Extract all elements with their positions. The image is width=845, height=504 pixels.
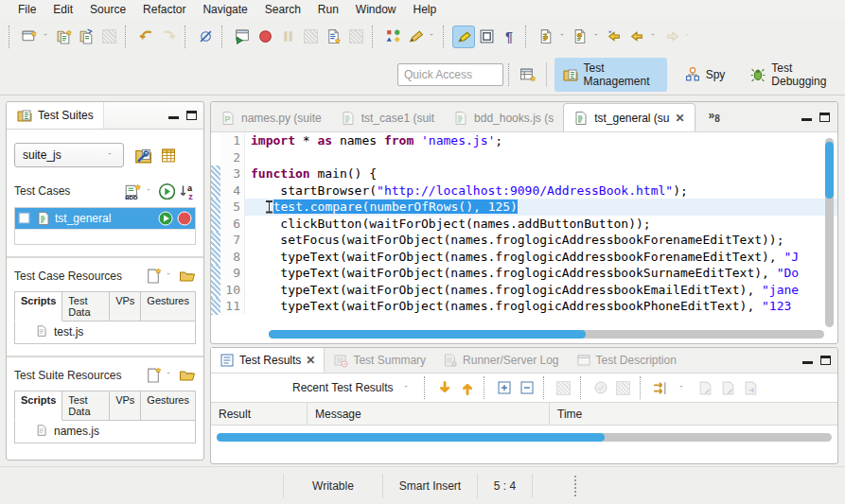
code-line-4[interactable]: 4 startBrowser("http://localhost:9090/Ad… [211, 182, 837, 200]
undo-button[interactable] [134, 26, 157, 48]
record-test-case-icon[interactable] [177, 211, 192, 226]
maximize-icon[interactable] [819, 113, 830, 122]
new-test-case-button[interactable] [52, 26, 75, 48]
copy-test-case-button[interactable] [75, 26, 97, 48]
collapse-all-icon[interactable] [516, 376, 538, 399]
results-tab-test-summary[interactable]: Test Summary [325, 348, 434, 373]
column-header-result[interactable]: Result [211, 403, 308, 425]
code-line-7[interactable]: 7 setFocus(waitForObject(names.froglogic… [211, 232, 837, 249]
new-script-button[interactable] [322, 26, 344, 48]
resource-tab-vps[interactable]: VPs [110, 391, 141, 421]
editor-tab-tst_general[interactable]: tst_general (su✕ [563, 103, 695, 131]
back-button[interactable] [625, 26, 648, 48]
maximize-icon[interactable] [186, 111, 197, 120]
run-all-test-cases-icon[interactable] [158, 182, 175, 200]
code-line-2[interactable]: 2 [211, 149, 837, 166]
chevron-down-icon[interactable] [682, 26, 694, 48]
chevron-down-icon[interactable] [672, 376, 695, 399]
highlight-toggle-button[interactable] [452, 26, 475, 48]
editor-tab-bdd_hooks.js[interactable]: bdd_hooks.js (s [444, 105, 563, 131]
editor-tab-tst_case1[interactable]: tst_case1 (suit [331, 105, 444, 131]
new-test-suite-button[interactable] [18, 26, 41, 48]
horizontal-scrollbar[interactable] [269, 330, 824, 339]
perspective-test-management[interactable]: Test Management [555, 58, 667, 92]
menu-run[interactable]: Run [309, 1, 347, 18]
spy-pen-button[interactable] [404, 26, 427, 48]
chevron-down-icon[interactable] [396, 376, 419, 399]
code-editor[interactable]: 1import * as names from 'names.js';23fun… [211, 132, 837, 344]
new-resource-icon[interactable] [145, 268, 162, 284]
chevron-down-icon[interactable] [648, 26, 660, 48]
minimize-icon[interactable] [168, 111, 179, 119]
filter-icon[interactable] [649, 376, 672, 399]
code-line-3[interactable]: 3function main() { [211, 165, 837, 182]
open-folder-icon[interactable] [178, 368, 196, 383]
chevron-down-icon[interactable] [41, 26, 52, 48]
resource-tab-test-data[interactable]: Test Data [62, 391, 110, 421]
resource-tab-test-data[interactable]: Test Data [62, 291, 110, 322]
menu-source[interactable]: Source [81, 1, 134, 18]
prev-result-icon[interactable] [456, 376, 479, 399]
code-line-9[interactable]: 9 typeText(waitForObject(names.froglogic… [211, 265, 837, 282]
expand-all-icon[interactable] [493, 376, 516, 399]
menu-file[interactable]: File [9, 1, 44, 18]
chevron-down-icon[interactable] [146, 188, 154, 195]
menu-edit[interactable]: Edit [44, 1, 81, 18]
code-line-11[interactable]: 11 typeText(waitForObject(names.froglogi… [211, 298, 837, 315]
launch-aut-button[interactable] [231, 26, 254, 48]
perspective-test-debugging[interactable]: Test Debugging [742, 58, 845, 92]
next-result-icon[interactable] [433, 376, 456, 399]
pick-object-button[interactable] [194, 26, 217, 48]
new-resource-icon[interactable] [145, 367, 162, 383]
resource-tab-scripts[interactable]: Scripts [14, 291, 62, 322]
menu-help[interactable]: Help [405, 1, 446, 18]
results-tab-runner-server-log[interactable]: Runner/Server Log [434, 348, 567, 373]
test-case-row-tst-general[interactable]: tst_general [15, 208, 195, 229]
more-editors-button[interactable]: »8 [709, 109, 720, 124]
chevron-down-icon[interactable] [591, 26, 603, 48]
resource-tab-scripts[interactable]: Scripts [14, 391, 62, 421]
close-icon[interactable]: ✕ [676, 112, 685, 125]
code-line-1[interactable]: 1import * as names from 'names.js'; [211, 132, 837, 149]
code-line-6[interactable]: 6 clickButton(waitForObject(names.addBut… [211, 216, 837, 233]
record-button[interactable] [254, 26, 276, 48]
resource-tab-gestures[interactable]: Gestures [141, 291, 196, 322]
minimize-icon[interactable] [801, 113, 812, 121]
minimize-icon[interactable] [802, 356, 813, 364]
close-icon[interactable]: ✕ [306, 354, 315, 367]
object-map-editor-icon[interactable] [160, 147, 177, 164]
chevron-down-icon[interactable] [427, 26, 438, 48]
results-tab-test-description[interactable]: Test Description [568, 348, 685, 373]
suite-select[interactable]: suite_js [14, 143, 124, 167]
editor-tab-names.py[interactable]: Pnames.py (suite [211, 105, 331, 131]
code-line-5[interactable]: 5 test.compare(numberOfRows(), 125) [211, 199, 837, 216]
import-resource-button[interactable] [535, 26, 557, 48]
test-case-resource-file[interactable]: test.js [14, 322, 196, 344]
object-map-button[interactable] [381, 26, 404, 48]
back-to-last-edit-button[interactable] [603, 26, 625, 48]
open-folder-icon[interactable] [178, 269, 196, 284]
sort-az-icon[interactable]: az [179, 182, 196, 200]
results-tab-test-results[interactable]: Test Results✕ [211, 348, 325, 373]
quick-access-input[interactable] [397, 63, 503, 86]
code-line-8[interactable]: 8 typeText(waitForObject(names.froglogic… [211, 249, 837, 266]
column-header-message[interactable]: Message [308, 403, 550, 425]
menu-navigate[interactable]: Navigate [194, 1, 255, 18]
perspective-spy[interactable]: Spy [677, 62, 733, 86]
checkbox[interactable] [18, 212, 32, 226]
menu-window[interactable]: Window [347, 1, 405, 18]
maximize-icon[interactable] [820, 356, 831, 365]
resource-tab-gestures[interactable]: Gestures [141, 391, 196, 421]
run-test-case-icon[interactable] [158, 211, 173, 226]
menu-refactor[interactable]: Refactor [134, 1, 194, 18]
export-resource-button[interactable] [569, 26, 591, 48]
new-bdd-test-case-icon[interactable]: BDD [123, 182, 142, 200]
vertical-scrollbar[interactable] [825, 138, 834, 327]
show-block-button[interactable] [475, 26, 498, 48]
chevron-down-icon[interactable] [166, 272, 174, 279]
show-whitespace-button[interactable]: ¶ [498, 26, 520, 48]
open-perspective-button[interactable] [518, 63, 538, 86]
resource-tab-vps[interactable]: VPs [110, 291, 141, 322]
test-suite-resource-file[interactable]: names.js [14, 421, 196, 443]
menu-search[interactable]: Search [256, 1, 309, 18]
